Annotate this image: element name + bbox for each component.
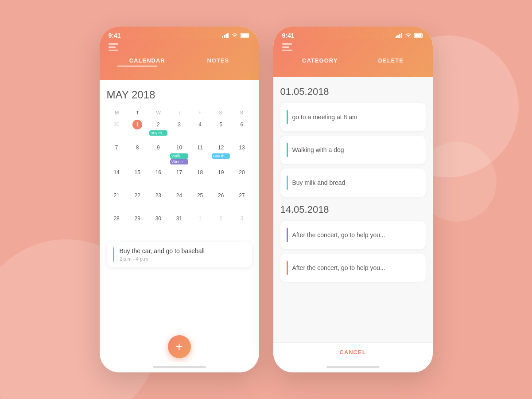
- tab-notes[interactable]: NOTES: [207, 57, 229, 66]
- tab-delete[interactable]: DELETE: [378, 57, 404, 66]
- note-card-3[interactable]: Buy milk and bread: [280, 168, 426, 197]
- cal-day-19[interactable]: 19: [211, 167, 231, 189]
- note-card-2[interactable]: Walking with a dog: [280, 136, 426, 164]
- note-text-1: go to a meeting at 8 am: [292, 113, 357, 121]
- hamburger-icon-2: [282, 43, 292, 51]
- day-num-next3: 3: [237, 214, 247, 223]
- cal-day-27[interactable]: 27: [232, 190, 252, 212]
- note-text-3: Buy milk and bread: [292, 179, 346, 186]
- phone1-header: CALENDAR NOTES: [100, 39, 259, 80]
- tab-category[interactable]: CATEGORY: [302, 57, 338, 66]
- svg-rect-19: [282, 50, 292, 51]
- cal-day-13[interactable]: 13: [232, 142, 252, 166]
- status-icons-1: [222, 33, 250, 38]
- cal-day-10[interactable]: 10 Walk... Winne...: [169, 142, 189, 166]
- cal-day-17[interactable]: 17: [169, 167, 189, 189]
- svg-rect-15: [422, 35, 423, 36]
- wifi-icon: [231, 33, 238, 38]
- day-num-19: 19: [216, 168, 226, 177]
- svg-rect-1: [224, 35, 225, 38]
- note-accent-3: [287, 176, 288, 190]
- cal-day-next3[interactable]: 3: [232, 213, 252, 235]
- cal-day-9[interactable]: 9: [148, 142, 168, 166]
- notes-body: 01.05.2018 go to a meeting at 8 am Walki…: [273, 77, 433, 342]
- cal-day-25[interactable]: 25: [190, 190, 210, 212]
- upcoming-title: Buy the car, and go to baseball: [120, 247, 205, 254]
- cal-day-11[interactable]: 11: [190, 142, 210, 166]
- status-time-2: 9:41: [282, 32, 295, 39]
- cal-day-16[interactable]: 16: [148, 167, 168, 189]
- day-num-3: 3: [174, 120, 184, 129]
- day-num-22: 22: [132, 191, 142, 200]
- tab-calendar[interactable]: CALENDAR: [129, 57, 165, 66]
- fab-plus-icon: +: [175, 340, 183, 353]
- cal-day-31[interactable]: 31: [169, 213, 189, 235]
- day-num-14: 14: [112, 168, 121, 177]
- cal-day-24[interactable]: 24: [169, 190, 189, 212]
- notes-date-2: 14.05.2018: [280, 204, 426, 215]
- cal-day-3[interactable]: 3: [169, 119, 189, 141]
- day-num-8: 8: [132, 143, 142, 153]
- cancel-button[interactable]: CANCEL: [280, 349, 427, 356]
- cal-day-21[interactable]: 21: [107, 190, 127, 212]
- cal-day-20[interactable]: 20: [232, 167, 252, 189]
- day-num-next2: 2: [216, 214, 226, 223]
- calendar-month-title: MAY 2018: [107, 89, 252, 101]
- cal-day-2[interactable]: 2 Buy th...: [148, 119, 168, 141]
- svg-rect-8: [109, 47, 116, 48]
- cal-day-22[interactable]: 22: [128, 190, 148, 212]
- svg-rect-3: [227, 33, 229, 38]
- cal-day-23[interactable]: 23: [148, 190, 168, 212]
- upcoming-event-card[interactable]: Buy the car, and go to baseball 2 p.m - …: [107, 242, 252, 267]
- calendar-days: 30 1 2 Buy th... 3 4: [107, 119, 252, 235]
- note-card-4[interactable]: After the concert, go to help you...: [280, 221, 426, 249]
- weekday-m: M: [107, 108, 128, 117]
- note-text-5: After the concert, go to help you...: [292, 264, 385, 271]
- menu-icon-1[interactable]: [109, 43, 250, 53]
- wifi-icon-2: [405, 33, 412, 38]
- cal-day-15[interactable]: 15: [128, 167, 148, 189]
- signal-icon-2: [396, 33, 403, 38]
- svg-rect-17: [282, 43, 292, 45]
- cal-day-29[interactable]: 29: [128, 213, 148, 235]
- event-winne: Winne...: [170, 159, 188, 164]
- cal-day-30[interactable]: 30: [107, 119, 127, 141]
- add-event-fab[interactable]: +: [168, 335, 191, 358]
- cal-day-28[interactable]: 28: [107, 213, 127, 235]
- day-num-20: 20: [237, 168, 247, 177]
- cal-day-8[interactable]: 8: [128, 142, 148, 166]
- note-card-1[interactable]: go to a meeting at 8 am: [280, 103, 426, 131]
- notes-date-1: 01.05.2018: [280, 86, 426, 98]
- day-num-25: 25: [195, 191, 205, 200]
- cal-day-4[interactable]: 4: [190, 119, 210, 141]
- cal-day-7[interactable]: 7: [107, 142, 127, 166]
- day-num-31: 31: [174, 214, 184, 223]
- cal-day-30b[interactable]: 30: [148, 213, 168, 235]
- signal-icon: [222, 33, 229, 38]
- day-num-5: 5: [216, 120, 226, 129]
- day-num-26: 26: [216, 191, 226, 200]
- cal-day-14[interactable]: 14: [107, 167, 127, 189]
- weekday-f: F: [190, 108, 210, 117]
- calendar-grid: M T W T F S S 30 1 2: [107, 108, 252, 235]
- cal-day-26[interactable]: 26: [211, 190, 231, 212]
- event-buythcar: Buy th...: [149, 130, 167, 136]
- cal-day-1[interactable]: 1: [128, 119, 148, 141]
- svg-rect-5: [249, 35, 249, 36]
- day-num-4: 4: [195, 120, 205, 129]
- cal-day-5[interactable]: 5: [211, 119, 231, 141]
- day-num-18: 18: [195, 168, 205, 177]
- cal-day-12[interactable]: 12 Buy th...: [211, 142, 231, 166]
- note-card-5[interactable]: After the concert, go to help you...: [280, 254, 426, 282]
- cal-day-18[interactable]: 18: [190, 167, 210, 189]
- menu-icon-2[interactable]: [282, 43, 424, 53]
- cal-day-6[interactable]: 6: [232, 119, 252, 141]
- cal-day-next2[interactable]: 2: [211, 213, 231, 235]
- home-indicator-1: [100, 362, 259, 372]
- day-num-27: 27: [237, 191, 247, 200]
- svg-rect-10: [396, 36, 397, 38]
- cal-day-next1[interactable]: 1: [190, 213, 210, 235]
- day-num-16: 16: [153, 168, 163, 177]
- event-buyth2: Buy th...: [212, 153, 230, 159]
- svg-rect-12: [399, 34, 400, 38]
